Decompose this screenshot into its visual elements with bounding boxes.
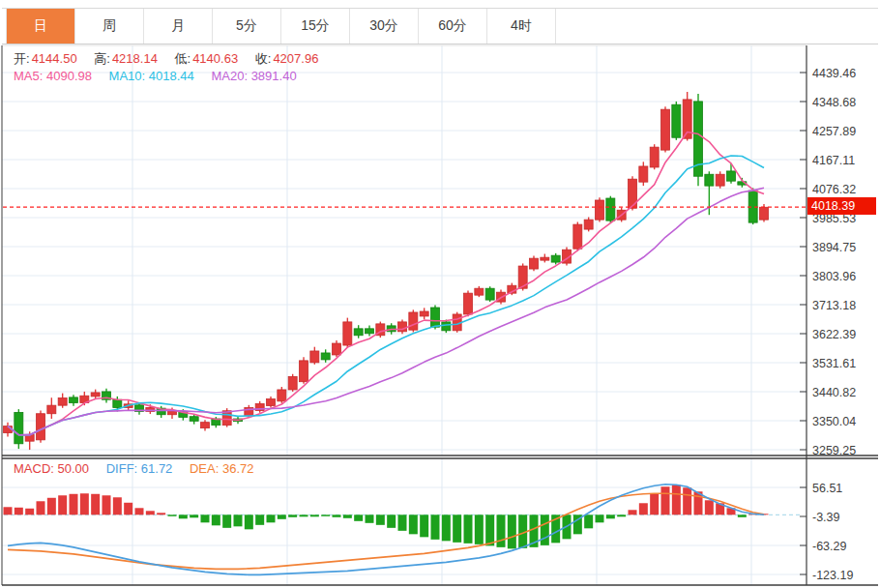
price-axis-label: 4439.46 bbox=[812, 67, 856, 80]
high-label: 高: bbox=[94, 51, 110, 66]
price-axis-label: 3713.18 bbox=[812, 299, 856, 312]
macd-axis-label: -3.39 bbox=[812, 511, 840, 524]
ma-info-row: MA5: 4090.98 MA10: 4018.44 MA20: 3891.40 bbox=[14, 69, 310, 83]
ma10-value: 4018.44 bbox=[149, 69, 194, 83]
price-axis-label: 4257.89 bbox=[812, 125, 856, 138]
tab-month[interactable]: 月 bbox=[144, 9, 213, 44]
tab-week[interactable]: 周 bbox=[75, 9, 144, 44]
ma5-value: 4090.98 bbox=[46, 69, 92, 83]
kline-chart-widget: 4439.464348.684257.894167.114076.323985.… bbox=[0, 0, 880, 588]
close-label: 收: bbox=[255, 51, 272, 66]
tabbar-filler bbox=[556, 9, 878, 44]
macd-axis-label: 56.51 bbox=[812, 482, 842, 495]
tab-5min[interactable]: 5分 bbox=[213, 9, 281, 44]
ma20-value: 3891.40 bbox=[251, 69, 297, 83]
price-axis-label: 4348.68 bbox=[812, 96, 856, 109]
price-axis-label: 4167.11 bbox=[812, 154, 855, 167]
price-axis-label: 3440.82 bbox=[812, 386, 856, 399]
ma10-label: MA10: bbox=[109, 69, 146, 83]
period-tabbar: 日 周 月 5分 15分 30分 60分 4时 bbox=[2, 8, 878, 44]
current-price-axis-tag: 4018.39 bbox=[807, 197, 876, 215]
tab-4hour[interactable]: 4时 bbox=[487, 9, 556, 44]
price-axis-label: 4076.32 bbox=[812, 183, 856, 196]
diff-value: 61.72 bbox=[141, 461, 173, 476]
macd-info-row: MACD: 50.00 DIFF: 61.72 DEA: 36.72 bbox=[14, 461, 268, 476]
price-axis-label: 3350.04 bbox=[812, 415, 856, 428]
price-axis-label: 3894.75 bbox=[812, 241, 856, 254]
close-value: 4207.96 bbox=[273, 51, 318, 66]
ma20-label: MA20: bbox=[211, 69, 248, 83]
ma5-label: MA5: bbox=[14, 69, 43, 83]
price-axis-label: 3531.61 bbox=[812, 357, 856, 370]
open-label: 开: bbox=[14, 51, 30, 66]
diff-label: DIFF: bbox=[106, 461, 138, 476]
macd-axis-label: -63.29 bbox=[812, 540, 846, 553]
price-axis-label: 3803.96 bbox=[812, 270, 856, 283]
low-label: 低: bbox=[175, 51, 191, 66]
chart-canvas: 4439.464348.684257.894167.114076.323985.… bbox=[0, 0, 880, 588]
high-value: 4218.14 bbox=[112, 51, 158, 66]
open-value: 4144.50 bbox=[32, 51, 77, 66]
macd-axis-label: -123.19 bbox=[812, 569, 853, 582]
dea-label: DEA: bbox=[190, 461, 219, 476]
low-value: 4140.63 bbox=[192, 51, 238, 66]
tab-60min[interactable]: 60分 bbox=[419, 9, 487, 44]
price-axis-label: 3622.39 bbox=[812, 328, 856, 341]
tab-15min[interactable]: 15分 bbox=[281, 9, 350, 44]
macd-label: MACD: bbox=[14, 461, 54, 476]
tab-30min[interactable]: 30分 bbox=[350, 9, 419, 44]
tab-day[interactable]: 日 bbox=[7, 9, 75, 44]
dea-value: 36.72 bbox=[222, 461, 254, 476]
macd-value: 50.00 bbox=[58, 461, 90, 476]
ohlc-info-row: 开:4144.50 高:4218.14 低:4140.63 收:4207.96 bbox=[14, 50, 332, 68]
